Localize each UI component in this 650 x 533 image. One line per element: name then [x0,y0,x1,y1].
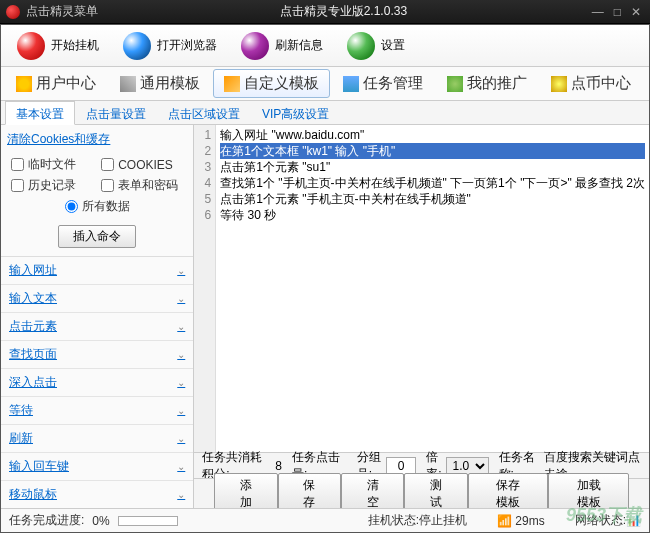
net-label: 网络状态: [575,513,626,527]
button-row: 添加 保存 清空 测试 保存模板 加载模板 [194,478,649,508]
command-list: 输入网址⌄ 输入文本⌄ 点击元素⌄ 查找页面⌄ 深入点击⌄ 等待⌄ 刷新⌄ 输入… [1,257,193,508]
script-line[interactable]: 点击第1个元素 "su1" [220,159,645,175]
main-toolbar: 开始挂机 打开浏览器 刷新信息 设置 [1,25,649,67]
chevron-icon: ⌄ [177,433,185,444]
star-icon [16,76,32,92]
group-input[interactable] [386,457,416,475]
subtab-click-area[interactable]: 点击区域设置 [157,101,251,124]
window-title: 点击精灵专业版2.1.0.33 [98,3,589,20]
ping-value: 29ms [515,514,544,528]
cmd-input-text[interactable]: 输入文本⌄ [1,285,193,313]
cmd-deep-click[interactable]: 深入点击⌄ [1,369,193,397]
wrench-icon [120,76,136,92]
chevron-icon: ⌄ [177,405,185,416]
subtab-vip[interactable]: VIP高级设置 [251,101,340,124]
start-button[interactable]: 开始挂机 [9,28,107,64]
chevron-icon: ⌄ [177,461,185,472]
tab-general-template[interactable]: 通用模板 [109,69,211,98]
script-line[interactable]: 点击第1个元素 "手机主页-中关村在线手机频道" [220,191,645,207]
tab-my-promo[interactable]: 我的推广 [436,69,538,98]
user-icon [447,76,463,92]
chevron-icon: ⌄ [177,321,185,332]
refresh-info-button[interactable]: 刷新信息 [233,28,331,64]
settings-button[interactable]: 设置 [339,28,413,64]
edit-icon [224,76,240,92]
progress-label: 任务完成进度: [9,512,84,529]
maximize-button[interactable]: □ [611,5,624,19]
side-panel: 清除Cookies和缓存 临时文件 COOKIES 历史记录 表单和密码 所有数… [1,125,194,508]
chk-history[interactable]: 历史记录 [11,177,93,194]
browser-icon [123,32,151,60]
tab-custom-template[interactable]: 自定义模板 [213,69,330,98]
state-value: 停止挂机 [419,513,467,527]
open-browser-button[interactable]: 打开浏览器 [115,28,225,64]
subtab-basic[interactable]: 基本设置 [5,101,75,125]
chk-all[interactable]: 所有数据 [11,198,183,215]
clear-cookies-header[interactable]: 清除Cookies和缓存 [7,131,187,148]
cmd-input-url[interactable]: 输入网址⌄ [1,257,193,285]
script-line[interactable]: 在第1个文本框 "kw1" 输入 "手机" [220,143,645,159]
footer-bar: 任务完成进度:0% 挂机状态:停止挂机 📶 29ms 网络状态:📊 [1,508,649,532]
coin-icon [551,76,567,92]
chevron-icon: ⌄ [177,293,185,304]
cmd-find-page[interactable]: 查找页面⌄ [1,341,193,369]
tab-coin-center[interactable]: 点币中心 [540,69,642,98]
progress-bar [118,516,178,526]
chevron-icon: ⌄ [177,265,185,276]
line-gutter: 123456 [194,125,216,452]
cmd-move-mouse[interactable]: 移动鼠标⌄ [1,481,193,508]
state-label: 挂机状态: [368,513,419,527]
chk-cookies[interactable]: COOKIES [101,156,183,173]
script-editor[interactable]: 123456 输入网址 "www.baidu.com" 在第1个文本框 "kw1… [194,125,649,452]
tab-task-manage[interactable]: 任务管理 [332,69,434,98]
minimize-button[interactable]: — [589,5,607,19]
menu-label[interactable]: 点击精灵菜单 [26,3,98,20]
list-icon [343,76,359,92]
script-line[interactable]: 等待 30 秒 [220,207,645,223]
cmd-enter-key[interactable]: 输入回车键⌄ [1,453,193,481]
script-line[interactable]: 输入网址 "www.baidu.com" [220,127,645,143]
close-button[interactable]: ✕ [628,5,644,19]
refresh-icon [241,32,269,60]
chevron-icon: ⌄ [177,377,185,388]
gear-icon [347,32,375,60]
tab-user-center[interactable]: 用户中心 [5,69,107,98]
cmd-click-element[interactable]: 点击元素⌄ [1,313,193,341]
progress-value: 0% [92,514,109,528]
subtab-click-volume[interactable]: 点击量设置 [75,101,157,124]
play-icon [17,32,45,60]
chevron-icon: ⌄ [177,349,185,360]
cmd-refresh[interactable]: 刷新⌄ [1,425,193,453]
script-line[interactable]: 查找第1个 "手机主页-中关村在线手机频道" 下一页第1个 "下一页>" 最多查… [220,175,645,191]
nav-tabs: 用户中心 通用模板 自定义模板 任务管理 我的推广 点币中心 [1,67,649,101]
insert-command-button[interactable]: 插入命令 [58,225,136,248]
sub-tabs: 基本设置 点击量设置 点击区域设置 VIP高级设置 [1,101,649,125]
rate-select[interactable]: 1.0 [446,457,489,475]
cmd-wait[interactable]: 等待⌄ [1,397,193,425]
chk-forms[interactable]: 表单和密码 [101,177,183,194]
app-icon [6,5,20,19]
chk-temp[interactable]: 临时文件 [11,156,93,173]
chevron-icon: ⌄ [177,489,185,500]
points-value: 8 [275,459,282,473]
